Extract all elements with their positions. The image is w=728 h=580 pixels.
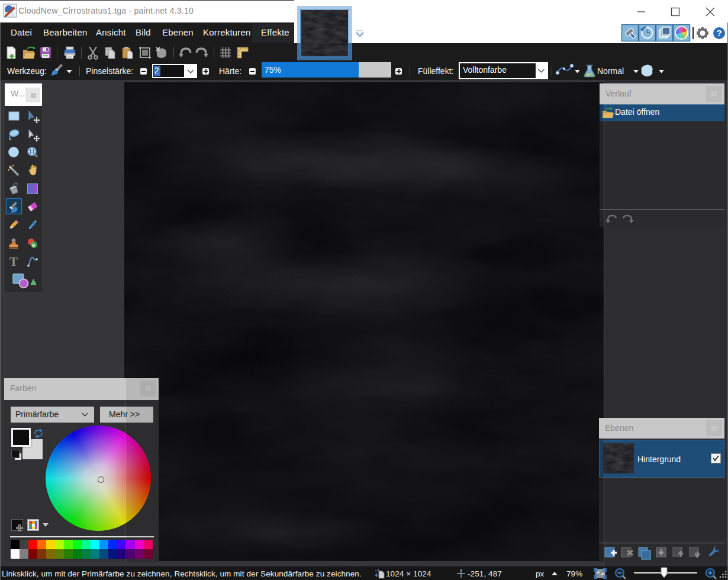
svg-text:T: T [9,254,18,269]
svg-text:?: ? [716,28,721,38]
